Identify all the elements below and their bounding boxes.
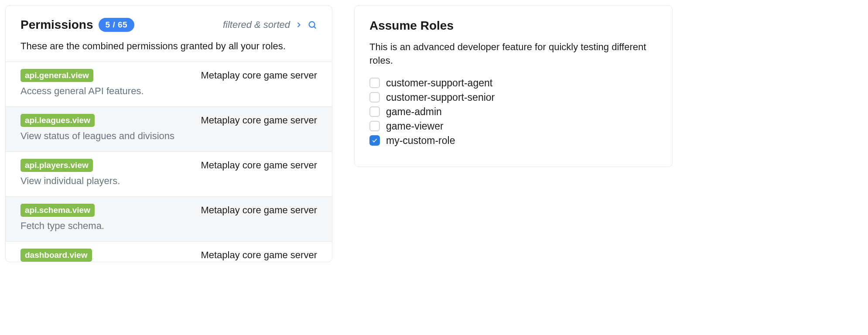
filter-label: filtered & sorted: [223, 19, 290, 31]
permission-key-badge: api.general.view: [21, 69, 93, 82]
permissions-title-wrap: Permissions 5 / 65: [21, 18, 134, 32]
assume-roles-subtitle: This is an advanced developer feature fo…: [369, 41, 657, 68]
permission-row: api.general.view Metaplay core game serv…: [6, 62, 332, 106]
permission-key-badge: api.players.view: [21, 159, 93, 172]
assume-roles-title: Assume Roles: [369, 19, 657, 33]
check-icon: [372, 137, 378, 144]
permissions-subtitle: These are the combined permissions grant…: [21, 41, 317, 52]
checkbox[interactable]: [369, 106, 380, 117]
checkbox-checked[interactable]: [369, 135, 380, 146]
svg-line-1: [314, 27, 316, 29]
role-label: customer-support-senior: [386, 92, 495, 103]
permission-key-badge: api.schema.view: [21, 204, 95, 217]
permission-description: View status of leagues and divisions: [21, 130, 317, 142]
role-item[interactable]: my-custom-role: [369, 135, 657, 147]
permission-row: api.players.view Metaplay core game serv…: [6, 151, 332, 196]
assume-roles-card: Assume Roles This is an advanced develop…: [354, 5, 673, 167]
role-label: my-custom-role: [386, 135, 455, 147]
filter-sort-control[interactable]: filtered & sorted: [223, 19, 317, 31]
permission-source: Metaplay core game server: [201, 115, 317, 126]
search-icon[interactable]: [308, 20, 317, 30]
permission-source: Metaplay core game server: [201, 250, 317, 261]
role-label: game-viewer: [386, 120, 444, 132]
permission-description: Fetch type schema.: [21, 220, 317, 232]
permission-source: Metaplay core game server: [201, 205, 317, 216]
permission-source: Metaplay core game server: [201, 160, 317, 171]
checkbox[interactable]: [369, 92, 380, 103]
permissions-list: api.general.view Metaplay core game serv…: [6, 62, 332, 262]
permission-row: api.leagues.view Metaplay core game serv…: [6, 106, 332, 151]
permissions-card: Permissions 5 / 65 filtered & sorted The…: [5, 5, 332, 262]
role-item[interactable]: game-viewer: [369, 120, 657, 132]
permission-row: api.schema.view Metaplay core game serve…: [6, 196, 332, 241]
svg-point-0: [309, 22, 315, 27]
checkbox[interactable]: [369, 121, 380, 131]
permission-description: Access general API features.: [21, 85, 317, 97]
permission-row: dashboard.view Metaplay core game server: [6, 241, 332, 262]
permissions-header: Permissions 5 / 65 filtered & sorted The…: [6, 6, 332, 62]
roles-list: customer-support-agent customer-support-…: [369, 77, 657, 147]
role-label: game-admin: [386, 106, 442, 118]
permission-key-badge: api.leagues.view: [21, 114, 95, 127]
chevron-right-icon: [294, 21, 303, 29]
permission-key-badge: dashboard.view: [21, 249, 92, 262]
role-label: customer-support-agent: [386, 77, 492, 89]
role-item[interactable]: game-admin: [369, 106, 657, 118]
permission-source: Metaplay core game server: [201, 70, 317, 81]
permissions-count-badge: 5 / 65: [99, 18, 135, 32]
permission-description: View individual players.: [21, 175, 317, 187]
role-item[interactable]: customer-support-senior: [369, 92, 657, 103]
permissions-header-row: Permissions 5 / 65 filtered & sorted: [21, 18, 317, 32]
checkbox[interactable]: [369, 78, 380, 88]
role-item[interactable]: customer-support-agent: [369, 77, 657, 89]
permissions-title: Permissions: [21, 18, 93, 32]
